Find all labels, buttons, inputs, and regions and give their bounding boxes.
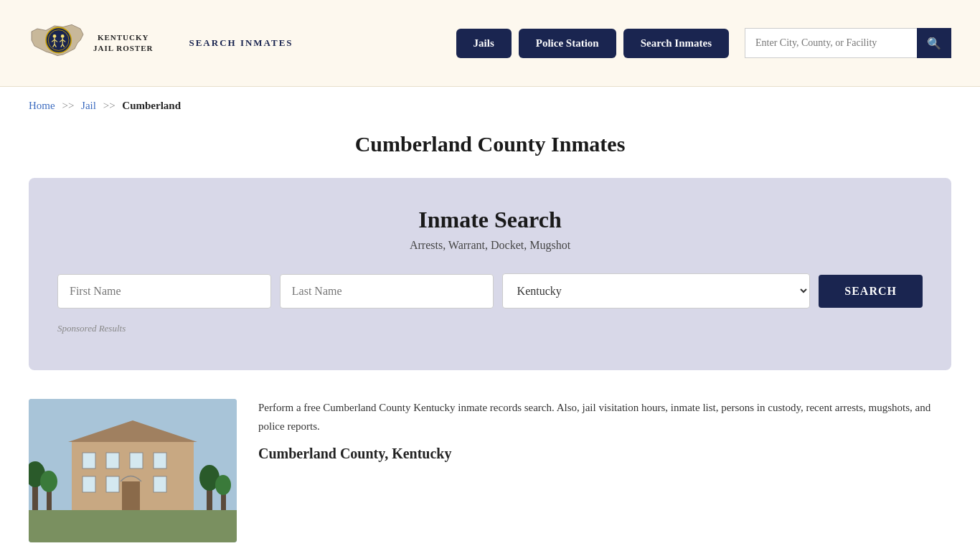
search-panel: Inmate Search Arrests, Warrant, Docket, … [29,178,951,370]
logo-area: KENTUCKY JAIL ROSTER [29,14,153,72]
police-station-button[interactable]: Police Station [519,29,616,58]
svg-point-3 [53,34,57,38]
bottom-section: Perform a free Cumberland County Kentuck… [29,399,951,542]
first-name-input[interactable] [57,274,271,309]
building-svg [29,399,237,542]
header-search-input[interactable] [745,28,917,58]
search-fields-row: AlabamaAlaskaArizonaArkansasCaliforniaCo… [57,273,923,309]
search-panel-subtitle: Arrests, Warrant, Docket, Mugshot [57,239,923,252]
breadcrumb-home[interactable]: Home [29,100,55,111]
svg-point-20 [40,471,57,492]
svg-rect-27 [83,476,95,492]
svg-rect-16 [29,510,237,542]
logo-line1: KENTUCKY [98,32,149,43]
search-inmates-nav-link[interactable]: SEARCH INMATES [189,37,293,49]
building-image [29,399,237,542]
svg-rect-28 [106,476,119,492]
header-search-button[interactable]: 🔍 [917,28,951,58]
svg-rect-23 [83,453,95,468]
search-panel-title: Inmate Search [57,207,923,233]
inmate-search-button[interactable]: SEARCH [819,275,923,308]
state-select[interactable]: AlabamaAlaskaArizonaArkansasCaliforniaCo… [502,273,811,309]
svg-point-9 [61,34,65,38]
jails-button[interactable]: Jails [456,29,512,58]
breadcrumb: Home >> Jail >> Cumberland [0,87,980,125]
logo-text: KENTUCKY JAIL ROSTER [93,32,153,55]
breadcrumb-current: Cumberland [122,100,181,111]
svg-rect-25 [130,453,143,468]
subtitle-below: Cumberland County, Kentucky [258,446,951,462]
svg-rect-30 [122,481,140,510]
breadcrumb-sep2: >> [103,100,116,111]
breadcrumb-jail[interactable]: Jail [81,100,96,111]
search-inmates-button[interactable]: Search Inmates [623,29,729,58]
svg-point-2 [48,30,69,51]
svg-rect-24 [106,453,119,468]
bottom-text-area: Perform a free Cumberland County Kentuck… [258,399,951,462]
header-search-bar: 🔍 [745,28,951,58]
state-logo-icon [29,14,86,72]
svg-rect-29 [154,476,166,492]
svg-rect-26 [154,453,166,468]
logo-line2: JAIL ROSTER [93,43,153,54]
description-text: Perform a free Cumberland County Kentuck… [258,399,951,435]
sponsored-label: Sponsored Results [57,323,923,334]
svg-point-34 [215,475,231,495]
main-content: Cumberland County Inmates Inmate Search … [0,125,980,551]
last-name-input[interactable] [280,274,494,309]
page-title: Cumberland County Inmates [29,132,951,156]
breadcrumb-sep1: >> [62,100,74,111]
site-header: KENTUCKY JAIL ROSTER SEARCH INMATES Jail… [0,0,980,87]
main-nav: Jails Police Station Search Inmates 🔍 [456,28,951,58]
